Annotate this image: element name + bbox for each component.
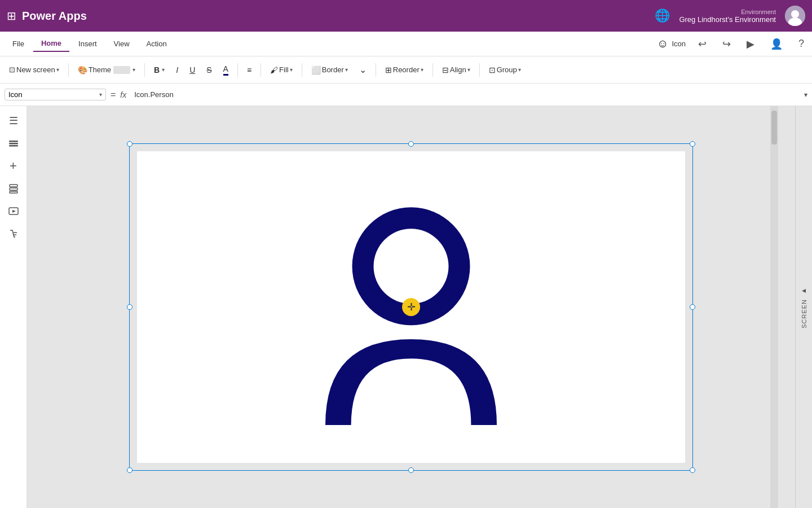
theme-button[interactable]: 🎨 Theme ▾ [73,63,140,77]
move-cursor[interactable]: ✛ [402,298,420,316]
sidebar-variables-icon[interactable] [3,224,24,244]
equals-sign: = [111,90,116,100]
sidebar-add-icon[interactable]: + [3,156,24,176]
align-button[interactable]: ≡ [242,63,256,77]
handle-bl[interactable] [127,467,133,473]
new-screen-label: New screen [16,65,55,74]
font-color-button[interactable]: A [219,62,233,78]
bold-button[interactable]: B ▾ [149,63,169,77]
border-icon: ⬜ [311,65,321,75]
control-selector[interactable]: Icon ▾ [5,89,106,100]
environment-label: Environment [679,8,776,15]
handle-bm[interactable] [408,467,414,473]
svg-point-12 [374,229,449,304]
svg-rect-5 [9,145,18,147]
screen-label: SCREEN [801,299,807,329]
play-btn[interactable]: ▶ [743,36,758,52]
align-right-icon: ⊟ [442,65,449,75]
underline-button[interactable]: U [185,63,200,77]
right-panel[interactable]: ◂ SCREEN [795,106,812,508]
fill-label: Fill [279,65,289,74]
border-chevron: ▾ [345,67,348,73]
icon-label: Icon [672,40,686,48]
control-chevron: ▾ [99,91,102,98]
strikethrough-button[interactable]: S [202,63,216,77]
theme-label: Theme [89,65,111,74]
app-name: Power Apps [22,10,87,23]
bold-icon: B [154,65,160,75]
sidebar-data-icon[interactable] [3,178,24,199]
fill-button[interactable]: 🖌 Fill ▾ [266,63,297,77]
new-screen-icon: ⊡ [9,65,15,74]
svg-marker-10 [12,210,16,213]
more-button[interactable]: ⌄ [355,62,371,77]
menu-home[interactable]: Home [33,36,69,52]
fill-chevron: ▾ [290,67,293,73]
align-right-button[interactable]: ⊟ Align ▾ [438,63,475,77]
handle-tm[interactable] [408,141,414,147]
menu-action[interactable]: Action [139,36,175,51]
separator-6 [376,63,376,77]
handle-br[interactable] [690,467,695,473]
separator-5 [302,63,302,77]
reorder-chevron: ▾ [421,67,423,73]
collapse-icon[interactable]: ◂ [802,286,806,295]
new-screen-chevron: ▾ [56,67,59,73]
more-icon: ⌄ [359,64,367,75]
handle-tl[interactable] [127,141,133,147]
reorder-button[interactable]: ⊞ Reorder ▾ [381,63,428,77]
group-button[interactable]: ⊡ Group ▾ [484,63,526,77]
svg-rect-4 [9,143,18,144]
formula-input[interactable]: Icon.Person [131,89,800,100]
theme-icon: 🎨 [78,65,87,75]
formula-bar: Icon ▾ = fx Icon.Person ▾ [0,84,812,106]
separator-1 [68,63,69,77]
sidebar-media-icon[interactable] [3,201,24,221]
align-right-chevron: ▾ [467,67,470,73]
toolbar: ⊡ New screen ▾ 🎨 Theme ▾ B ▾ I U S A ≡ 🖌… [0,56,812,84]
scrollbar-thumb [771,111,777,144]
theme-swatch [113,66,130,74]
reorder-icon: ⊞ [385,65,392,75]
underline-icon: U [189,65,195,75]
title-bar-right: 🌐 Environment Greg Lindhorst's Environme… [655,6,805,26]
environment-icon: 🌐 [655,8,670,23]
canvas-white[interactable]: ✛ [137,151,685,463]
menu-file[interactable]: File [5,36,32,51]
environment-name: Greg Lindhorst's Environment [679,15,776,24]
reorder-label: Reorder [393,65,420,74]
italic-button[interactable]: I [171,63,183,77]
help-btn[interactable]: ? [795,36,807,52]
environment-info: Environment Greg Lindhorst's Environment [679,8,776,24]
handle-tr[interactable] [690,141,695,147]
handle-ml[interactable] [127,304,133,310]
grid-icon[interactable]: ⊞ [7,9,16,23]
svg-point-1 [791,10,799,18]
handle-mr[interactable] [690,304,695,310]
menu-insert[interactable]: Insert [70,36,105,51]
icon-context[interactable]: ☺ Icon [657,37,686,50]
redo-btn[interactable]: ↪ [719,36,734,52]
align-icon: ≡ [247,65,251,75]
undo-btn[interactable]: ↩ [695,36,710,52]
formula-dropdown[interactable]: ▾ [804,91,807,99]
sidebar-layers-icon[interactable] [3,133,24,154]
avatar[interactable] [785,6,805,26]
fx-symbol: fx [120,90,126,99]
svg-rect-7 [10,188,17,190]
menu-bar-right: ☺ Icon ↩ ↪ ▶ 👤 ? [657,36,807,52]
align-right-label: Align [450,65,466,74]
strikethrough-icon: S [206,65,211,75]
svg-rect-3 [9,141,18,142]
canvas-area[interactable]: ✛ [27,106,795,508]
new-screen-button[interactable]: ⊡ New screen ▾ [5,63,64,76]
separator-8 [479,63,480,77]
title-bar: ⊞ Power Apps 🌐 Environment Greg Lindhors… [0,0,812,32]
right-panel-content: ◂ SCREEN [801,286,807,329]
vertical-scrollbar[interactable] [770,106,778,508]
border-button[interactable]: ⬜ Border ▾ [307,63,352,77]
share-btn[interactable]: 👤 [767,36,786,52]
sidebar-menu-icon[interactable]: ☰ [3,111,24,131]
menu-view[interactable]: View [106,36,138,51]
control-label: Icon [8,90,99,99]
